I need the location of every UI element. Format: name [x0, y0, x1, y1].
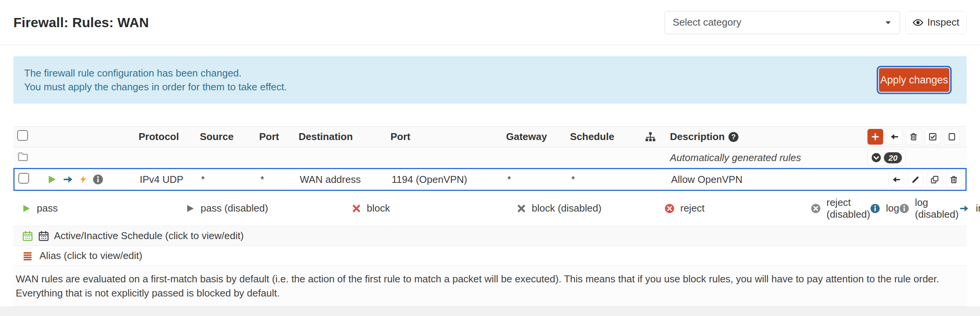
legend-label: in	[976, 202, 980, 214]
legend-label: block	[367, 202, 390, 214]
header-destination: Destination	[294, 131, 386, 143]
direction-in-icon	[62, 174, 74, 185]
alert-line-1: The firewall rule configuration has been…	[24, 66, 287, 80]
calendar-active-icon	[22, 230, 33, 242]
eye-icon	[913, 17, 923, 28]
trash-icon	[949, 175, 958, 184]
folder-icon	[17, 151, 29, 162]
in-icon	[959, 204, 970, 213]
legend-label: pass (disabled)	[201, 202, 268, 214]
header-source: Source	[195, 131, 255, 143]
inspect-button[interactable]: Inspect	[905, 11, 967, 34]
rule-destination: WAN address	[295, 174, 387, 186]
rule-description: Allow OpenVPN	[666, 174, 862, 186]
auto-generated-rules-row: Automatically generated rules 20	[13, 147, 967, 168]
alert-line-2: You must apply the changes in order for …	[24, 80, 287, 94]
rule-source: *	[196, 174, 256, 186]
rules-table: Protocol Source Port Destination Port Ga…	[13, 126, 967, 306]
header-schedule: Schedule	[565, 131, 635, 143]
clone-icon	[930, 175, 939, 184]
alias-icon	[22, 251, 33, 261]
square-icon	[947, 132, 956, 141]
disable-selected-button[interactable]	[944, 129, 960, 145]
move-rule-button[interactable]	[889, 172, 904, 187]
table-header-row: Protocol Source Port Destination Port Ga…	[13, 127, 967, 147]
category-select-value: Select category	[673, 16, 741, 28]
legend-label: log	[886, 202, 899, 214]
firewall-rule-row[interactable]: IPv4 UDP * * WAN address 1194 (OpenVPN) …	[13, 168, 967, 191]
auto-generated-rules-label: Automatically generated rules	[665, 152, 861, 164]
inspect-button-label: Inspect	[927, 16, 959, 28]
alias-legend-row: Alias (click to view/edit)	[13, 246, 967, 266]
reject-disabled-icon	[811, 204, 821, 213]
alert-message: The firewall rule configuration has been…	[24, 66, 287, 94]
reject-icon	[665, 204, 675, 213]
schedule-legend-row: Active/Inactive Schedule (click to view/…	[13, 226, 967, 246]
pass-icon	[47, 174, 57, 185]
rule-schedule: *	[567, 174, 637, 186]
apply-changes-button[interactable]: Apply changes	[879, 68, 949, 92]
page-title: Firewall: Rules: WAN	[13, 15, 149, 30]
legend-label: block (disabled)	[532, 202, 601, 214]
rule-source-port: *	[256, 174, 295, 186]
legend-row: pass pass (disabled) block block (disabl…	[13, 191, 967, 226]
rule-protocol: IPv4 UDP	[135, 174, 196, 186]
apply-changes-alert: The firewall rule configuration has been…	[13, 56, 967, 104]
category-select[interactable]: Select category	[665, 11, 900, 34]
rule-checkbox[interactable]	[18, 173, 29, 184]
legend-label: pass	[37, 202, 58, 214]
legend-label: reject	[680, 202, 705, 214]
chevron-circle-down-icon	[871, 153, 881, 163]
log-disabled-icon	[93, 174, 103, 185]
header-controls: Select category Inspect	[665, 11, 967, 34]
log-icon	[870, 204, 880, 213]
page-header: Firewall: Rules: WAN Select category Ins…	[0, 0, 980, 45]
alias-legend-label: Alias (click to view/edit)	[39, 250, 142, 262]
rule-gateway: *	[503, 174, 567, 186]
header-destination-port: Port	[386, 131, 501, 143]
plus-icon	[871, 132, 880, 141]
wan-rules-note: WAN rules are evaluated on a first-match…	[13, 266, 967, 306]
select-all-checkbox[interactable]	[17, 130, 28, 141]
pass-disabled-icon	[186, 204, 195, 213]
delete-selected-button[interactable]	[906, 129, 921, 145]
rule-destination-port: 1194 (OpenVPN)	[387, 174, 503, 186]
auto-rules-count-badge: 20	[884, 152, 902, 163]
enable-selected-button[interactable]	[925, 129, 941, 145]
delete-rule-button[interactable]	[946, 172, 962, 187]
caret-down-icon	[884, 19, 892, 26]
edit-rule-button[interactable]	[908, 172, 923, 187]
log-disabled-icon	[899, 204, 909, 213]
page-bottom-strip	[0, 306, 980, 316]
clone-rule-button[interactable]	[927, 172, 942, 187]
legend-label: log (disabled)	[915, 197, 959, 220]
trash-icon	[909, 132, 918, 141]
help-icon[interactable]: ?	[728, 132, 738, 142]
header-description: Description	[670, 131, 725, 143]
header-protocol: Protocol	[134, 131, 195, 143]
move-selected-button[interactable]	[887, 129, 902, 145]
pencil-icon	[911, 175, 920, 184]
header-source-port: Port	[255, 131, 294, 143]
first-match-icon	[79, 174, 88, 185]
legend-label: reject (disabled)	[826, 197, 870, 220]
block-icon	[352, 204, 361, 213]
check-square-icon	[928, 132, 937, 141]
block-disabled-icon	[517, 204, 526, 213]
arrow-left-icon	[890, 132, 899, 141]
header-gateway: Gateway	[501, 131, 565, 143]
add-rule-button[interactable]	[867, 129, 883, 145]
schedule-legend-label: Active/Inactive Schedule (click to view/…	[54, 230, 244, 242]
firewall-rules-page: Firewall: Rules: WAN Select category Ins…	[0, 0, 980, 316]
sitemap-icon	[645, 131, 656, 143]
expand-auto-rules-button[interactable]: 20	[867, 149, 906, 166]
pass-icon	[22, 204, 31, 213]
calendar-inactive-icon	[38, 230, 49, 242]
arrow-left-icon	[892, 175, 901, 184]
